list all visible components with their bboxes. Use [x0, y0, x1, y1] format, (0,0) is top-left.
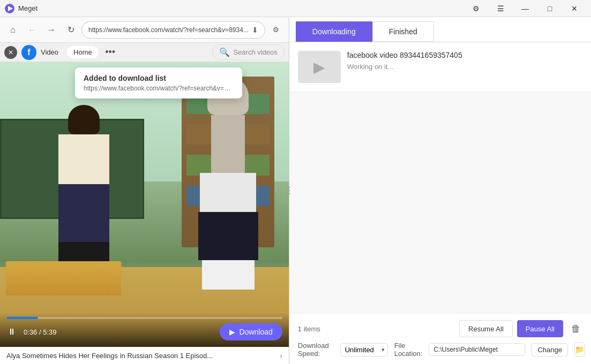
- window-controls: ⚙ ☰ — □ ✕: [463, 0, 587, 17]
- video-placeholder: [0, 62, 289, 347]
- download-thumbnail: ▶: [298, 51, 341, 83]
- time-display: 0:36 / 5:39: [24, 328, 56, 336]
- more-page-btn[interactable]: •••: [103, 45, 118, 60]
- spacer: [289, 92, 591, 313]
- notification-url: https://www.facebook.com/watch/?ref=sear…: [84, 85, 234, 92]
- notification-title: Added to download list: [84, 74, 234, 82]
- bookmark-btn[interactable]: ⚙: [267, 21, 285, 39]
- page-nav: Home •••: [67, 45, 118, 60]
- title-bar: Meget ⚙ ☰ — □ ✕: [0, 0, 591, 17]
- close-tab-btn[interactable]: ✕: [4, 46, 17, 59]
- settings-btn[interactable]: ⚙: [463, 0, 488, 17]
- search-icon: 🔍: [219, 47, 230, 57]
- maximize-btn[interactable]: □: [537, 0, 562, 17]
- main-container: ⌂ ← → ↻ https://www.facebook.com/watch/?…: [0, 17, 591, 364]
- video-title-bar: Alya Sometimes Hides Her Feelings in Rus…: [0, 347, 289, 364]
- speed-select-wrap[interactable]: Unlimited 1 MB/s 500 KB/s 100 KB/s: [340, 343, 388, 357]
- address-bar[interactable]: https://www.facebook.com/watch/?ref=sear…: [81, 21, 265, 39]
- progress-bar[interactable]: [6, 317, 282, 319]
- char-left: [52, 105, 116, 270]
- pause-all-btn[interactable]: Pause All: [517, 320, 563, 337]
- back-btn[interactable]: ←: [24, 21, 41, 39]
- speed-label: Download Speed:: [298, 342, 334, 358]
- video-area: Added to download list https://www.faceb…: [0, 62, 289, 347]
- notification-popup: Added to download list https://www.faceb…: [75, 67, 242, 98]
- location-label: File Location:: [394, 342, 423, 358]
- footer-row-2: Download Speed: Unlimited 1 MB/s 500 KB/…: [298, 342, 585, 358]
- menu-btn[interactable]: ☰: [488, 0, 513, 17]
- tab-finished[interactable]: Finished: [372, 21, 434, 42]
- play-pause-btn[interactable]: ⏸: [6, 326, 17, 338]
- browser-panel: ⌂ ← → ↻ https://www.facebook.com/watch/?…: [0, 17, 289, 364]
- home-page-btn[interactable]: Home: [67, 46, 99, 58]
- download-panel: Downloading Finished ▶ facebook video 89…: [289, 17, 591, 364]
- footer-buttons: Resume All Pause All 🗑: [459, 320, 585, 337]
- items-count: 1 items: [298, 325, 320, 333]
- search-videos[interactable]: 🔍 Search videos: [212, 44, 284, 60]
- download-item: ▶ facebook video 893441659357405 Working…: [289, 42, 591, 92]
- controls-row: ⏸ 0:36 / 5:39 ▶ Download: [6, 323, 282, 340]
- close-btn[interactable]: ✕: [562, 0, 587, 17]
- download-status: Working on it...: [347, 63, 585, 71]
- folder-btn[interactable]: 📁: [574, 342, 585, 357]
- download-tabs: Downloading Finished: [289, 17, 591, 42]
- download-play-icon: ▶: [229, 328, 235, 336]
- progress-fill: [6, 317, 38, 319]
- desk: [6, 261, 122, 295]
- forward-btn[interactable]: →: [43, 21, 60, 39]
- thumbnail-play-icon: ▶: [313, 58, 325, 76]
- download-name: facebook video 893441659357405: [347, 51, 585, 59]
- video-controls: ⏸ 0:36 / 5:39 ▶ Download: [0, 313, 289, 347]
- download-footer: 1 items Resume All Pause All 🗑 Download …: [289, 313, 591, 364]
- address-text: https://www.facebook.com/watch/?ref=sear…: [88, 26, 249, 34]
- scroll-indicator: ›: [280, 352, 282, 360]
- char-right: [191, 77, 266, 270]
- search-placeholder: Search videos: [233, 48, 277, 56]
- app-icon: [4, 3, 15, 14]
- download-video-btn[interactable]: ▶ Download: [220, 323, 282, 340]
- file-path-input[interactable]: [429, 343, 525, 356]
- trash-btn[interactable]: 🗑: [567, 320, 585, 337]
- nav-bar: ⌂ ← → ↻ https://www.facebook.com/watch/?…: [0, 17, 289, 43]
- home-btn[interactable]: ⌂: [4, 21, 21, 39]
- resume-all-btn[interactable]: Resume All: [459, 320, 513, 337]
- download-info: facebook video 893441659357405 Working o…: [347, 51, 585, 71]
- folder-icon: 📁: [575, 345, 584, 354]
- app-title: Meget: [18, 4, 463, 12]
- footer-row-1: 1 items Resume All Pause All 🗑: [298, 320, 585, 337]
- video-title: Alya Sometimes Hides Her Feelings in Rus…: [6, 352, 280, 360]
- tab-downloading[interactable]: Downloading: [296, 21, 372, 42]
- facebook-icon: f: [21, 45, 36, 60]
- page-label: Video: [41, 48, 58, 56]
- speed-select[interactable]: Unlimited 1 MB/s 500 KB/s 100 KB/s: [340, 343, 388, 357]
- download-address-icon: ⬇: [252, 26, 258, 34]
- minimize-btn[interactable]: —: [513, 0, 537, 17]
- refresh-btn[interactable]: ↻: [62, 21, 79, 39]
- tab-bar: ✕ f Video Home ••• 🔍 Search videos: [0, 43, 289, 62]
- change-btn[interactable]: Change: [532, 343, 568, 357]
